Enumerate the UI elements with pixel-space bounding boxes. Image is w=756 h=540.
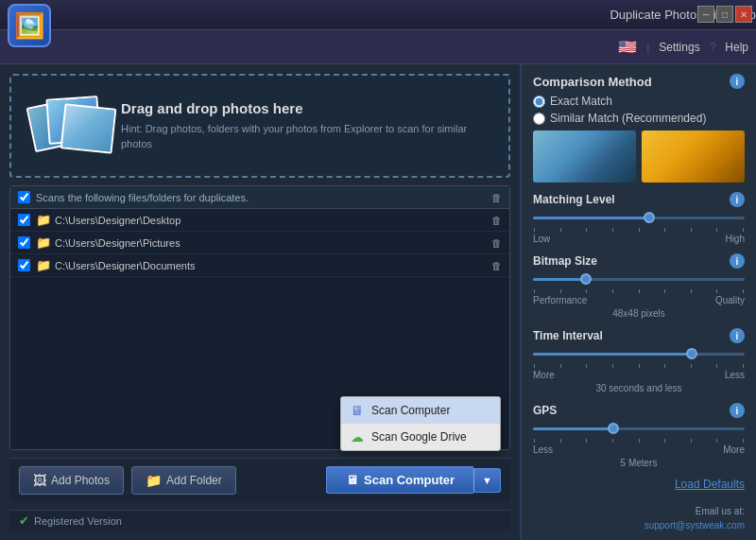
tick — [664, 228, 665, 232]
add-folder-button[interactable]: 📁 Add Folder — [131, 466, 236, 495]
time-interval-thumb[interactable] — [686, 348, 697, 359]
matching-level-title-row: Matching Level i — [533, 192, 745, 207]
settings-link[interactable]: Settings — [659, 41, 699, 54]
tick — [743, 439, 744, 443]
close-button[interactable]: ✕ — [735, 6, 752, 23]
bitmap-size-section: Bitmap Size i Performance Quality 48x48 … — [533, 253, 745, 319]
files-header-delete-icon[interactable]: 🗑 — [491, 192, 502, 203]
matching-level-title: Matching Level — [533, 193, 615, 206]
gps-thumb[interactable] — [608, 423, 619, 434]
time-interval-title-row: Time Interval i — [533, 328, 745, 343]
tick — [534, 289, 535, 293]
bitmap-size-title: Bitmap Size — [533, 254, 597, 268]
time-center-label: 30 seconds and less — [533, 383, 745, 393]
gps-labels: Less More — [533, 444, 745, 455]
tick — [691, 364, 692, 368]
matching-level-track[interactable] — [533, 211, 745, 224]
status-label: Registered Version — [34, 515, 122, 527]
left-panel: Drag and drop photos here Hint: Drag pho… — [0, 64, 520, 540]
exact-match-label[interactable]: Exact Match — [533, 95, 745, 108]
similar-match-label[interactable]: Similar Match (Recommended) — [533, 112, 745, 125]
time-interval-ticks — [533, 364, 745, 368]
scan-computer-button[interactable]: 🖥 Scan Computer — [326, 466, 473, 494]
add-photos-label: Add Photos — [51, 474, 110, 487]
bottom-bar: 🖼 Add Photos 📁 Add Folder 🖥 Scan Compute… — [9, 458, 510, 502]
file-delete-2[interactable]: 🗑 — [491, 260, 502, 271]
exact-match-radio[interactable] — [533, 96, 545, 108]
dropdown-item-google-drive[interactable]: ☁ Scan Google Drive — [341, 424, 500, 450]
bitmap-quality: Quality — [715, 295, 745, 305]
gps-line — [533, 427, 745, 430]
tick — [743, 228, 744, 232]
tick — [560, 439, 561, 443]
gps-title-row: GPS i — [533, 403, 745, 418]
drop-title: Drag and drop photos here — [121, 100, 490, 116]
tick — [534, 439, 535, 443]
tick — [586, 228, 587, 232]
file-delete-1[interactable]: 🗑 — [491, 237, 502, 249]
comparison-info-icon[interactable]: i — [730, 74, 745, 89]
matching-level-info-icon[interactable]: i — [730, 192, 745, 207]
comparison-title: Comparison Method — [533, 75, 652, 89]
tick — [664, 439, 665, 443]
gps-track[interactable] — [533, 422, 745, 435]
gps-info-icon[interactable]: i — [730, 403, 745, 418]
email-address[interactable]: support@systweak.com — [533, 518, 745, 532]
title-bar: 🖼️ Duplicate Photos Fixer Pro ─ □ ✕ — [0, 0, 756, 30]
bitmap-center-label: 48x48 pixels — [533, 308, 745, 319]
files-select-all[interactable] — [18, 191, 30, 203]
scan-monitor-icon: 🖥 — [346, 473, 358, 487]
bitmap-performance: Performance — [533, 295, 587, 305]
matching-level-line — [533, 217, 745, 219]
matching-level-section: Matching Level i Low High — [533, 192, 745, 244]
file-checkbox-0[interactable] — [18, 214, 30, 226]
bitmap-size-info-icon[interactable]: i — [730, 253, 745, 269]
gps-center-label: 5 Meters — [533, 458, 745, 468]
gps-less: Less — [533, 444, 553, 455]
bitmap-size-track[interactable] — [533, 272, 745, 286]
drop-zone[interactable]: Drag and drop photos here Hint: Drag pho… — [9, 74, 510, 178]
file-row-2: 📁 C:\Users\Designer\Documents 🗑 — [10, 254, 509, 277]
tick — [691, 228, 692, 232]
add-photos-button[interactable]: 🖼 Add Photos — [19, 466, 124, 495]
tick — [664, 289, 665, 293]
top-divider1: | — [646, 41, 649, 54]
tick — [586, 439, 587, 443]
top-divider2: ? — [710, 41, 716, 54]
file-row-1: 📁 C:\Users\Designer\Pictures 🗑 — [10, 232, 509, 254]
load-defaults-link[interactable]: Load Defaults — [533, 478, 745, 491]
scan-dropdown: 🖥 Scan Computer ☁ Scan Google Drive — [340, 396, 501, 451]
tick — [534, 228, 535, 232]
butterfly-thumb — [533, 131, 636, 183]
file-checkbox-2[interactable] — [18, 259, 30, 271]
tick — [639, 228, 640, 232]
file-path-0: C:\Users\Designer\Desktop — [55, 215, 180, 226]
language-flag[interactable]: 🇺🇸 — [618, 38, 637, 56]
similar-match-radio[interactable] — [533, 113, 545, 125]
bitmap-size-title-row: Bitmap Size i — [533, 253, 745, 269]
time-interval-info-icon[interactable]: i — [730, 328, 745, 343]
matching-level-fill — [533, 217, 649, 219]
folder-icon-1: 📁 — [36, 235, 51, 250]
help-link[interactable]: Help — [725, 41, 748, 54]
comparison-section: Comparison Method i Exact Match Similar … — [533, 74, 745, 183]
comparison-radio-group: Exact Match Similar Match (Recommended) — [533, 95, 745, 125]
scan-arrow-button[interactable]: ▼ — [473, 468, 501, 493]
email-label: Email us at: — [533, 504, 745, 518]
comparison-title-row: Comparison Method i — [533, 74, 745, 89]
bitmap-size-thumb[interactable] — [580, 273, 592, 285]
tick — [664, 364, 665, 368]
time-interval-labels: More Less — [533, 370, 745, 380]
matching-level-thumb[interactable] — [644, 212, 655, 223]
folder-icon-2: 📁 — [36, 258, 51, 272]
file-delete-0[interactable]: 🗑 — [491, 215, 502, 226]
add-photos-icon: 🖼 — [33, 473, 46, 488]
minimize-button[interactable]: ─ — [697, 6, 714, 23]
time-interval-track[interactable] — [533, 347, 745, 360]
files-header-label: Scans the following files/folders for du… — [36, 192, 249, 203]
file-checkbox-1[interactable] — [18, 236, 30, 249]
registered-icon: ✔ — [19, 514, 29, 528]
time-interval-section: Time Interval i More Less 30 seconds and… — [533, 328, 745, 393]
dropdown-item-scan-computer[interactable]: 🖥 Scan Computer — [341, 397, 500, 424]
maximize-button[interactable]: □ — [716, 6, 733, 23]
